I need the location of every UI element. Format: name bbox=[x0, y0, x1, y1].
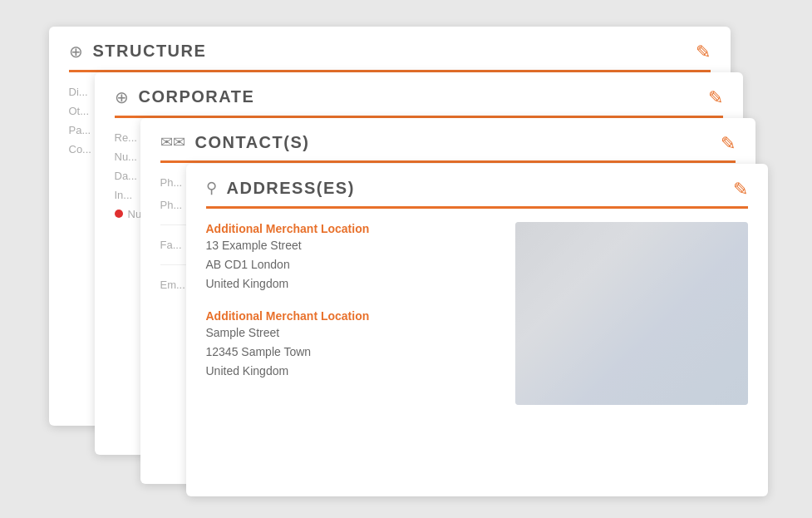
contacts-envelope-icon: ✉ bbox=[160, 133, 185, 151]
address-2-type: Additional Merchant Location bbox=[206, 309, 499, 323]
corporate-header: ⊕ CORPORATE bbox=[95, 72, 743, 107]
addresses-header: ⚲ ADDRESS(ES) bbox=[186, 164, 768, 198]
addresses-content: Additional Merchant Location 13 Example … bbox=[186, 209, 768, 418]
corporate-plus-icon: ⊕ bbox=[115, 87, 129, 107]
address-1-line3: United Kingdom bbox=[206, 275, 499, 293]
address-1-type: Additional Merchant Location bbox=[206, 222, 499, 235]
contacts-title: CONTACT(S) bbox=[195, 133, 310, 152]
address-1-line1: 13 Example Street bbox=[206, 237, 499, 254]
addresses-edit-button[interactable] bbox=[733, 179, 748, 200]
plus-icon: ⊕ bbox=[69, 42, 83, 62]
corporate-edit-button[interactable] bbox=[708, 87, 723, 109]
address-entry-2: Additional Merchant Location Sample Stre… bbox=[206, 309, 499, 380]
corporate-title: CORPORATE bbox=[139, 87, 255, 106]
address-entry-1: Additional Merchant Location 13 Example … bbox=[206, 222, 499, 293]
address-1-line2: AB CD1 London bbox=[206, 256, 499, 274]
contacts-header: ✉ CONTACT(S) bbox=[140, 118, 755, 152]
addresses-card: ⚲ ADDRESS(ES) Additional Merchant Locati… bbox=[186, 164, 768, 496]
address-list: Additional Merchant Location 13 Example … bbox=[206, 222, 499, 405]
status-dot bbox=[115, 210, 123, 218]
structure-header: ⊕ STRUCTURE bbox=[49, 27, 731, 62]
address-2-line3: United Kingdom bbox=[206, 363, 499, 380]
structure-edit-button[interactable] bbox=[696, 42, 711, 63]
contacts-edit-button[interactable] bbox=[721, 133, 736, 155]
structure-title: STRUCTURE bbox=[93, 42, 207, 61]
addresses-title: ADDRESS(ES) bbox=[227, 179, 355, 198]
address-2-line2: 12345 Sample Town bbox=[206, 343, 499, 361]
map-preview bbox=[515, 222, 748, 405]
address-2-line1: Sample Street bbox=[206, 324, 499, 342]
addresses-pin-icon: ⚲ bbox=[206, 179, 217, 197]
